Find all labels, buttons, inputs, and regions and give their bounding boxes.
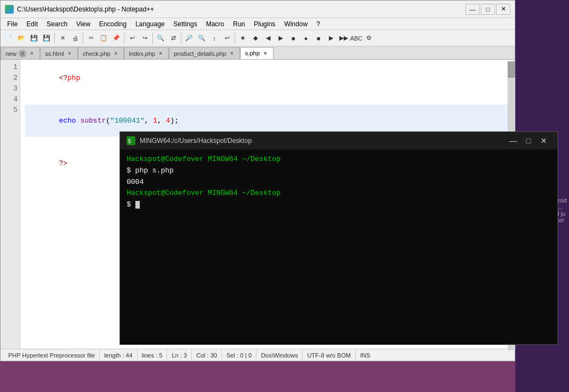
tb-find[interactable]: 🔍 xyxy=(155,32,167,44)
term-maximize[interactable]: □ xyxy=(521,135,536,147)
tab-new-label: new xyxy=(5,50,16,57)
window-controls: — □ ✕ xyxy=(465,4,510,15)
tb-paste[interactable]: 📌 xyxy=(110,32,122,44)
menu-run[interactable]: Run xyxy=(229,19,249,29)
close-button[interactable]: ✕ xyxy=(496,4,510,15)
menu-settings[interactable]: Settings xyxy=(169,19,201,29)
terminal-title-bar: $ MINGW64:/c/Users/Hackspot/Desktop — □ … xyxy=(120,132,557,149)
tb-sep3 xyxy=(124,33,124,44)
term-minimize[interactable]: — xyxy=(506,135,520,147)
menu-help[interactable]: ? xyxy=(312,19,325,29)
tb-copy[interactable]: 📋 xyxy=(98,32,110,44)
minimize-button[interactable]: — xyxy=(465,4,480,15)
tab-sphp-close[interactable]: × xyxy=(262,50,269,56)
menu-language[interactable]: Language xyxy=(131,19,169,29)
term-prompt-1: Hackspot@Codefover MINGW64 ~/Desktop xyxy=(127,155,281,163)
tb-play[interactable]: ▶ xyxy=(325,32,337,44)
tb-save[interactable]: 💾 xyxy=(28,32,40,44)
term-line-1: Hackspot@Codefover MINGW64 ~/Desktop xyxy=(127,154,551,165)
terminal-controls: — □ ✕ xyxy=(506,135,551,147)
scrollbar-thumb[interactable] xyxy=(508,61,515,78)
tb-sep2 xyxy=(83,33,83,44)
tb-close[interactable]: ✕ xyxy=(56,32,69,44)
terminal-content[interactable]: Hackspot@Codefover MINGW64 ~/Desktop $ p… xyxy=(120,149,557,344)
tb-stop[interactable]: ■ xyxy=(312,32,325,44)
status-ln: Ln : 3 xyxy=(167,349,192,361)
tab-checkphp[interactable]: check.php × xyxy=(78,47,124,59)
tb-new[interactable]: 📄 xyxy=(3,32,15,44)
tab-indexphp[interactable]: index.php × xyxy=(124,47,169,59)
tb-print[interactable]: 🖨 xyxy=(69,32,81,44)
tb-save-all[interactable]: 💾 xyxy=(41,32,53,44)
terminal-title: MINGW64:/c/Users/Hackspot/Desktop xyxy=(140,137,506,145)
menu-plugins[interactable]: Plugins xyxy=(249,19,280,29)
tb-b3[interactable]: ▶ xyxy=(275,32,287,44)
tab-sshtml-label: ss.html xyxy=(45,50,64,57)
terminal-icon: $ xyxy=(127,136,135,145)
tb-run-macro[interactable]: ▶▶ xyxy=(338,32,350,44)
tab-new-num: 0 xyxy=(19,50,26,57)
menu-encoding[interactable]: Encoding xyxy=(95,19,131,29)
tab-sshtml[interactable]: ss.html × xyxy=(40,47,78,59)
tab-new-close[interactable]: × xyxy=(29,50,35,57)
tb-sep1 xyxy=(54,33,55,44)
term-input: $ xyxy=(127,200,135,209)
term-line-3: 0004 xyxy=(127,177,551,188)
svg-text:$: $ xyxy=(128,138,131,144)
term-cursor xyxy=(135,201,140,209)
menu-bar: File Edit Search View Encoding Language … xyxy=(1,18,515,30)
status-filetype: PHP Hypertext Preprocessor file xyxy=(4,349,100,361)
tb-b4[interactable]: ■ xyxy=(287,32,299,44)
status-sel: Sel : 0 | 0 xyxy=(222,349,257,361)
tab-indexphp-close[interactable]: × xyxy=(157,50,164,57)
tb-undo[interactable]: ↩ xyxy=(126,32,138,44)
tb-b1[interactable]: ◆ xyxy=(249,32,261,44)
term-cmd-1: $ php s.php xyxy=(127,166,174,175)
status-encoding: UTF-8 w/o BOM xyxy=(303,349,355,361)
menu-file[interactable]: File xyxy=(3,19,22,29)
tb-record[interactable]: ● xyxy=(300,32,312,44)
tb-b2[interactable]: ◀ xyxy=(262,32,274,44)
tb-cut[interactable]: ✂ xyxy=(85,32,97,44)
tab-productdetails-label: product_details.php xyxy=(174,50,226,57)
tab-new[interactable]: new 0 × xyxy=(1,47,40,59)
tb-zoom-out[interactable]: 🔍 xyxy=(196,32,208,44)
status-col: Col : 30 xyxy=(192,349,222,361)
tb-replace[interactable]: ⇄ xyxy=(167,32,179,44)
tb-redo[interactable]: ↪ xyxy=(139,32,151,44)
status-mode: INS xyxy=(356,349,374,361)
code-line-2 xyxy=(25,94,510,105)
tb-zoom-in[interactable]: 🔎 xyxy=(183,32,195,44)
tb-open[interactable]: 📂 xyxy=(15,32,27,44)
tab-productdetails[interactable]: product_details.php × xyxy=(169,47,240,59)
tb-spell[interactable]: ABC xyxy=(350,32,362,44)
line-num-1: 1 xyxy=(3,62,18,73)
menu-edit[interactable]: Edit xyxy=(22,19,42,29)
line-numbers: 1 2 3 4 5 xyxy=(1,60,20,349)
tab-checkphp-close[interactable]: × xyxy=(112,50,119,57)
tab-productdetails-close[interactable]: × xyxy=(229,50,235,57)
app-icon xyxy=(5,5,14,14)
menu-view[interactable]: View xyxy=(72,19,95,29)
maximize-button[interactable]: □ xyxy=(481,4,495,15)
tab-sphp-label: s.php xyxy=(245,50,260,56)
menu-window[interactable]: Window xyxy=(280,19,312,29)
line-num-3: 3 xyxy=(3,83,18,94)
term-close[interactable]: ✕ xyxy=(537,135,551,147)
tb-extra[interactable]: ⚙ xyxy=(363,32,375,44)
tb-sync[interactable]: ↕ xyxy=(208,32,220,44)
tb-wrap[interactable]: ↩ xyxy=(221,32,233,44)
tb-bookmark[interactable]: ★ xyxy=(237,32,249,44)
toolbar: 📄 📂 💾 💾 ✕ 🖨 ✂ 📋 📌 ↩ ↪ 🔍 ⇄ 🔎 🔍 ↕ ↩ ★ ◆ ◀ … xyxy=(1,30,515,47)
menu-search[interactable]: Search xyxy=(42,19,72,29)
tb-sep4 xyxy=(152,33,153,44)
code-line-1: <?php xyxy=(25,62,510,94)
term-output-1: 0004 xyxy=(127,178,144,186)
tab-sshtml-close[interactable]: × xyxy=(66,50,73,57)
tab-sphp[interactable]: s.php × xyxy=(240,47,274,59)
tb-sep5 xyxy=(181,33,181,44)
term-line-2: $ php s.php xyxy=(127,165,551,177)
menu-macro[interactable]: Macro xyxy=(202,19,229,29)
line-num-5: 5 xyxy=(3,105,18,116)
title-bar: C:\Users\Hackspot\Desktop\s.php - Notepa… xyxy=(1,1,515,18)
